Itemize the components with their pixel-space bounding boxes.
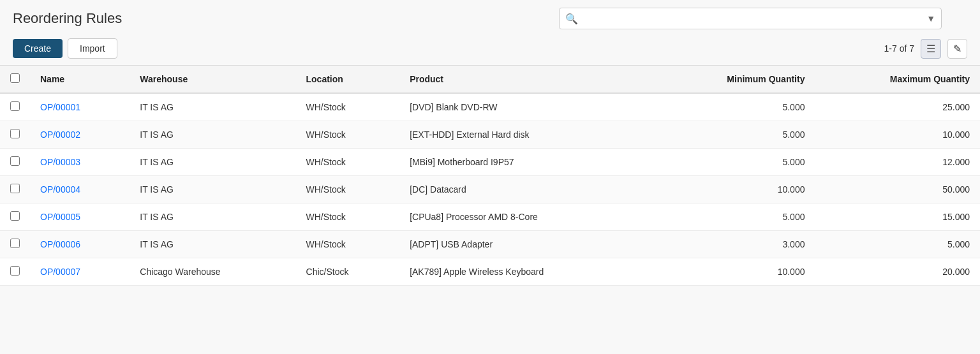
row-checkbox[interactable]	[10, 129, 20, 138]
list-view-button[interactable]: ☰	[921, 39, 941, 59]
row-location: Chic/Stock	[296, 258, 400, 286]
table-header-row: Name Warehouse Location Product Minimum …	[0, 66, 980, 93]
edit-view-button[interactable]: ✎	[947, 39, 967, 59]
row-checkbox[interactable]	[10, 184, 20, 193]
row-name[interactable]: OP/00002	[30, 121, 130, 149]
row-warehouse: IT IS AG	[130, 149, 295, 176]
row-checkbox[interactable]	[10, 211, 20, 221]
pagination-info: 1-7 of 7	[884, 43, 914, 54]
row-warehouse: IT IS AG	[130, 231, 295, 258]
page-title: Reordering Rules	[13, 10, 122, 27]
row-name[interactable]: OP/00004	[30, 176, 130, 203]
row-min-qty: 5.000	[653, 121, 815, 149]
col-product: Product	[399, 66, 653, 93]
row-checkbox[interactable]	[10, 101, 20, 111]
row-checkbox-cell[interactable]	[0, 121, 30, 149]
row-location: WH/Stock	[296, 231, 400, 258]
row-warehouse: IT IS AG	[130, 176, 295, 203]
row-max-qty: 12.000	[815, 149, 980, 176]
row-min-qty: 3.000	[653, 231, 815, 258]
search-input[interactable]	[559, 8, 942, 29]
row-product: [ADPT] USB Adapter	[399, 231, 653, 258]
table-row: OP/00002 IT IS AG WH/Stock [EXT-HDD] Ext…	[0, 121, 980, 149]
col-max-qty: Maximum Quantity	[815, 66, 980, 93]
table-row: OP/00004 IT IS AG WH/Stock [DC] Datacard…	[0, 176, 980, 203]
row-min-qty: 5.000	[653, 149, 815, 176]
row-min-qty: 10.000	[653, 258, 815, 286]
row-product: [CPUa8] Processor AMD 8-Core	[399, 203, 653, 231]
row-checkbox[interactable]	[10, 156, 20, 166]
row-max-qty: 50.000	[815, 176, 980, 203]
select-all-header[interactable]	[0, 66, 30, 93]
import-button[interactable]: Import	[68, 38, 117, 59]
row-product: [DC] Datacard	[399, 176, 653, 203]
table-row: OP/00001 IT IS AG WH/Stock [DVD] Blank D…	[0, 93, 980, 121]
col-location: Location	[296, 66, 400, 93]
row-name[interactable]: OP/00003	[30, 149, 130, 176]
select-all-checkbox[interactable]	[10, 73, 20, 83]
row-checkbox-cell[interactable]	[0, 203, 30, 231]
row-warehouse: IT IS AG	[130, 121, 295, 149]
table-row: OP/00003 IT IS AG WH/Stock [MBi9] Mother…	[0, 149, 980, 176]
row-checkbox-cell[interactable]	[0, 149, 30, 176]
row-location: WH/Stock	[296, 149, 400, 176]
row-location: WH/Stock	[296, 176, 400, 203]
row-name[interactable]: OP/00007	[30, 258, 130, 286]
row-name[interactable]: OP/00006	[30, 231, 130, 258]
row-max-qty: 10.000	[815, 121, 980, 149]
row-name[interactable]: OP/00001	[30, 93, 130, 121]
reordering-rules-table: Name Warehouse Location Product Minimum …	[0, 66, 980, 286]
col-min-qty: Minimum Quantity	[653, 66, 815, 93]
row-checkbox-cell[interactable]	[0, 176, 30, 203]
table-row: OP/00007 Chicago Warehouse Chic/Stock [A…	[0, 258, 980, 286]
row-checkbox-cell[interactable]	[0, 93, 30, 121]
search-icon: 🔍	[565, 13, 578, 25]
row-min-qty: 5.000	[653, 203, 815, 231]
toolbar-right: 1-7 of 7 ☰ ✎	[884, 39, 967, 59]
col-name: Name	[30, 66, 130, 93]
row-product: [AK789] Apple Wireless Keyboard	[399, 258, 653, 286]
create-button[interactable]: Create	[13, 39, 63, 58]
row-max-qty: 5.000	[815, 231, 980, 258]
row-max-qty: 20.000	[815, 258, 980, 286]
row-warehouse: IT IS AG	[130, 93, 295, 121]
row-checkbox-cell[interactable]	[0, 258, 30, 286]
row-warehouse: IT IS AG	[130, 203, 295, 231]
search-container: 🔍 ▼	[559, 8, 942, 29]
table-container: Name Warehouse Location Product Minimum …	[0, 66, 980, 286]
row-max-qty: 25.000	[815, 93, 980, 121]
row-location: WH/Stock	[296, 121, 400, 149]
row-checkbox[interactable]	[10, 266, 20, 276]
table-row: OP/00005 IT IS AG WH/Stock [CPUa8] Proce…	[0, 203, 980, 231]
row-max-qty: 15.000	[815, 203, 980, 231]
top-bar: Reordering Rules 🔍 ▼	[0, 0, 980, 34]
row-product: [EXT-HDD] External Hard disk	[399, 121, 653, 149]
row-product: [MBi9] Motherboard I9P57	[399, 149, 653, 176]
col-warehouse: Warehouse	[130, 66, 295, 93]
row-checkbox-cell[interactable]	[0, 231, 30, 258]
row-name[interactable]: OP/00005	[30, 203, 130, 231]
row-min-qty: 5.000	[653, 93, 815, 121]
row-checkbox[interactable]	[10, 239, 20, 248]
row-product: [DVD] Blank DVD-RW	[399, 93, 653, 121]
row-warehouse: Chicago Warehouse	[130, 258, 295, 286]
row-location: WH/Stock	[296, 93, 400, 121]
row-min-qty: 10.000	[653, 176, 815, 203]
search-dropdown-arrow[interactable]: ▼	[926, 13, 935, 24]
row-location: WH/Stock	[296, 203, 400, 231]
table-row: OP/00006 IT IS AG WH/Stock [ADPT] USB Ad…	[0, 231, 980, 258]
toolbar: Create Import 1-7 of 7 ☰ ✎	[0, 34, 980, 65]
